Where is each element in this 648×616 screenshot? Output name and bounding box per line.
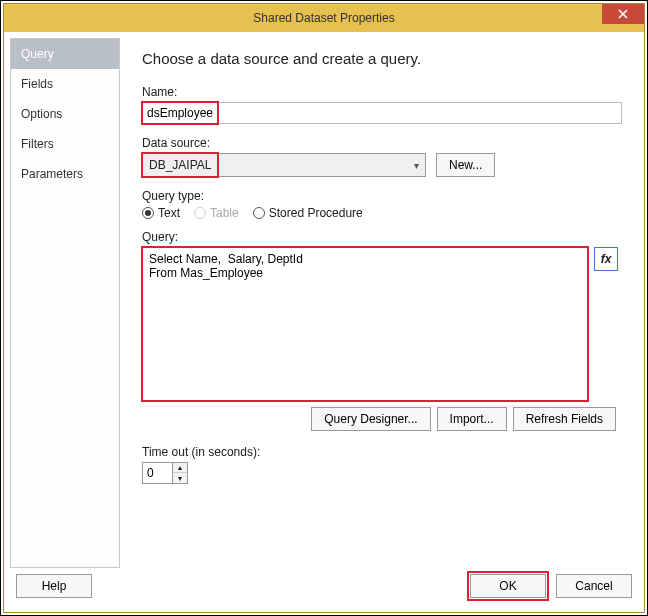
sidebar-item-fields[interactable]: Fields: [11, 69, 119, 99]
chevron-down-icon: ▾: [414, 160, 419, 171]
name-input[interactable]: [142, 102, 622, 124]
querytype-label: Query type:: [142, 189, 628, 203]
cancel-button[interactable]: Cancel: [556, 574, 632, 598]
radio-table: Table: [194, 206, 239, 220]
page-heading: Choose a data source and create a query.: [142, 50, 628, 67]
radio-dot-icon: [253, 207, 265, 219]
radio-text[interactable]: Text: [142, 206, 180, 220]
spinner-down-icon[interactable]: ▼: [173, 473, 187, 483]
sidebar-item-label: Filters: [21, 137, 54, 151]
window-title: Shared Dataset Properties: [4, 11, 644, 25]
sidebar-item-query[interactable]: Query: [11, 39, 119, 69]
expression-button[interactable]: fx: [594, 247, 618, 271]
datasource-value: DB_JAIPAL: [149, 158, 211, 172]
ok-button[interactable]: OK: [470, 574, 546, 598]
refresh-fields-button[interactable]: Refresh Fields: [513, 407, 616, 431]
sidebar-item-parameters[interactable]: Parameters: [11, 159, 119, 189]
sidebar-item-options[interactable]: Options: [11, 99, 119, 129]
sidebar-item-filters[interactable]: Filters: [11, 129, 119, 159]
sidebar-item-label: Parameters: [21, 167, 83, 181]
datasource-dropdown[interactable]: DB_JAIPAL ▾: [142, 153, 426, 177]
sidebar-item-label: Query: [21, 47, 54, 61]
main-panel: Choose a data source and create a query.…: [120, 38, 638, 568]
radio-label: Stored Procedure: [269, 206, 363, 220]
query-designer-button[interactable]: Query Designer...: [311, 407, 430, 431]
radio-label: Table: [210, 206, 239, 220]
timeout-input[interactable]: [142, 462, 172, 484]
dialog-window: Shared Dataset Properties Query Fields O…: [3, 3, 645, 613]
footer: Help OK Cancel: [4, 568, 644, 612]
radio-label: Text: [158, 206, 180, 220]
close-icon: [618, 9, 628, 19]
query-label: Query:: [142, 230, 628, 244]
close-button[interactable]: [602, 4, 644, 24]
spinner-up-icon[interactable]: ▲: [173, 463, 187, 473]
timeout-label: Time out (in seconds):: [142, 445, 628, 459]
radio-dot-icon: [194, 207, 206, 219]
name-label: Name:: [142, 85, 628, 99]
radio-dot-icon: [142, 207, 154, 219]
titlebar: Shared Dataset Properties: [4, 4, 644, 32]
sidebar-item-label: Options: [21, 107, 62, 121]
datasource-label: Data source:: [142, 136, 628, 150]
help-button[interactable]: Help: [16, 574, 92, 598]
import-button[interactable]: Import...: [437, 407, 507, 431]
radio-stored-procedure[interactable]: Stored Procedure: [253, 206, 363, 220]
sidebar-item-label: Fields: [21, 77, 53, 91]
query-textarea[interactable]: [142, 247, 588, 401]
new-datasource-button[interactable]: New...: [436, 153, 495, 177]
fx-icon: fx: [601, 252, 612, 266]
timeout-spinner[interactable]: ▲ ▼: [142, 462, 188, 484]
sidebar: Query Fields Options Filters Parameters: [10, 38, 120, 568]
